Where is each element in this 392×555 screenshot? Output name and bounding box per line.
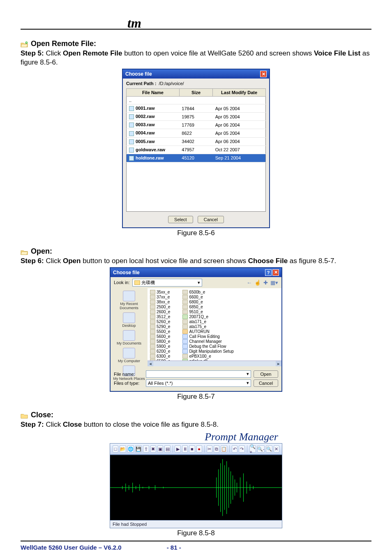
redo-icon[interactable]: ↷ [239, 445, 244, 453]
file-icon [182, 295, 188, 299]
list-item[interactable]: 5290_e [150, 324, 170, 329]
scroll-right-icon[interactable]: ► [276, 361, 281, 366]
places-item[interactable]: Desktop [122, 312, 136, 328]
file-list-pane[interactable]: 35xx_e37xx_e38xx_e2500_e2600_e3512_e5260… [148, 288, 281, 366]
list-item[interactable]: 3512_e [150, 314, 170, 319]
col-date[interactable]: Last Modify Date [213, 89, 266, 97]
close-icon[interactable]: ✖ [150, 445, 156, 453]
up-icon[interactable]: ☝ [254, 280, 261, 286]
record-icon[interactable]: ● [196, 445, 202, 453]
open-remote-icon[interactable]: 🌐 [127, 445, 134, 453]
zoom-sel-icon[interactable]: 🔍 [266, 445, 272, 453]
list-item[interactable]: 5500_e [150, 329, 170, 334]
list-item[interactable]: 5600_e [150, 334, 170, 339]
table-row[interactable]: goldwave.raw47957Oct 22 2007 [127, 146, 266, 154]
new-folder-icon[interactable]: ✚ [263, 280, 268, 286]
list-item[interactable]: 2500_e [150, 305, 170, 309]
list-item[interactable]: 6800_e [182, 300, 233, 304]
status-bar: File had Stopped [110, 520, 282, 528]
list-item[interactable]: Call Flow Editing [182, 334, 233, 339]
filename-field[interactable]: ▾ [146, 370, 251, 378]
zoom-out-icon[interactable]: 🔍- [257, 445, 265, 453]
list-item[interactable]: 2600_e [150, 310, 170, 314]
copy-icon[interactable]: ⧉ [214, 445, 219, 453]
play-icon[interactable]: ▶ [175, 445, 180, 453]
file-icon [182, 290, 188, 294]
list-item[interactable]: 6500b_e [182, 290, 233, 294]
section-open-remote-file: Open Remote File: [21, 39, 371, 48]
list-item[interactable]: 6300_e [150, 354, 170, 358]
table-row[interactable]: 0005.raw34402Apr 06 2004 [127, 137, 266, 146]
cut-icon[interactable]: ✂ [207, 445, 212, 453]
pause-icon[interactable]: ⏸ [182, 445, 188, 453]
cancel-button[interactable]: Cancel [198, 216, 224, 223]
places-item[interactable]: My Recent Documents [112, 291, 146, 310]
file-icon [182, 349, 188, 354]
filetype-label: Files of type: [114, 381, 143, 386]
list-item[interactable]: 6850_e [182, 305, 233, 309]
table-row[interactable]: holdtone.raw45120Sep 21 2004 [127, 154, 266, 162]
list-item[interactable]: 5260_e [150, 319, 170, 324]
figure-caption: Figure 8.5-6 [21, 229, 371, 237]
col-size[interactable]: Size [179, 89, 212, 97]
open-icon[interactable]: 📂 [120, 445, 126, 453]
col-filename[interactable]: File Name [127, 89, 180, 97]
table-row[interactable]: 0003.raw17769Apr 06 2004 [127, 121, 266, 129]
file-icon [150, 290, 155, 294]
table-row[interactable]: 0004.raw8622Apr 05 2004 [127, 129, 266, 137]
file-icon [150, 295, 155, 299]
new-icon[interactable]: □ [113, 445, 118, 453]
footer-rule [21, 541, 371, 541]
list-item[interactable]: 38xx_e [150, 300, 170, 304]
table-row[interactable]: 0001.raw17844Apr 05 2004 [127, 104, 266, 113]
list-item[interactable]: 9510_e [182, 310, 233, 314]
list-item[interactable]: ata171_e [182, 319, 233, 324]
list-item[interactable]: Digit Manipulation Setup [182, 349, 233, 354]
list-item[interactable]: Channel Manager [182, 339, 233, 344]
close3-icon[interactable]: ▤ [164, 445, 170, 453]
stop-icon[interactable]: ■ [189, 445, 195, 453]
close-icon[interactable]: ✕ [272, 269, 279, 276]
table-row[interactable]: 0002.raw19875Apr 05 2004 [127, 113, 266, 121]
zoom-in-icon[interactable]: 🔍+ [249, 445, 256, 453]
places-item[interactable]: My Documents [117, 330, 141, 345]
save-remote-icon[interactable]: ⇪ [143, 445, 149, 453]
lookin-dropdown[interactable]: 光碟機 ▾ [132, 279, 202, 287]
close-icon[interactable]: ✕ [260, 71, 267, 77]
list-item[interactable]: 37xx_e [150, 295, 170, 299]
undo-icon[interactable]: ↶ [232, 445, 238, 453]
horizontal-scrollbar[interactable]: ◄ ► [148, 361, 281, 366]
help-icon[interactable]: ? [265, 269, 272, 276]
scroll-left-icon[interactable]: ◄ [148, 361, 153, 366]
list-item[interactable]: 5900_e [150, 344, 170, 349]
cancel-button[interactable]: Cancel [254, 379, 278, 387]
file-icon [129, 131, 134, 136]
close2-icon[interactable]: ▣ [157, 445, 163, 453]
list-item[interactable]: ata175_e [182, 324, 233, 329]
section-close: Close: [21, 411, 371, 419]
list-item[interactable]: 35xx_e [150, 290, 170, 294]
list-item[interactable]: 5800_e [150, 339, 170, 344]
places-item[interactable]: My Computer [118, 348, 140, 363]
select-button[interactable]: Select [168, 216, 193, 223]
file-icon [150, 349, 155, 354]
list-item[interactable]: ePBX100_e [182, 354, 233, 358]
list-item[interactable]: 6200_e [150, 349, 170, 354]
paste-icon[interactable]: 📋 [221, 445, 227, 453]
list-item[interactable]: AUTORUN [182, 329, 233, 334]
file-icon [150, 310, 155, 314]
views-icon[interactable]: ▦▾ [270, 280, 278, 286]
section-open: Open: [21, 247, 371, 256]
footer-page: - 81 - [167, 544, 181, 551]
open-button[interactable]: Open [254, 370, 278, 378]
filetype-dropdown[interactable]: All Files (*.*)▾ [146, 379, 251, 387]
save-icon[interactable]: 💾 [135, 445, 142, 453]
delete-icon[interactable]: ✕ [274, 445, 279, 453]
parent-dir-row[interactable]: .. [127, 97, 266, 104]
list-item[interactable]: 20071Q_e [182, 314, 233, 319]
list-item[interactable]: Debug the Call Flow [182, 344, 233, 349]
back-icon[interactable]: ← [247, 280, 252, 286]
list-item[interactable]: 6600_e [182, 295, 233, 299]
waveform-display[interactable] [110, 455, 282, 520]
places-bar: My Recent DocumentsDesktopMy DocumentsMy… [111, 288, 148, 366]
